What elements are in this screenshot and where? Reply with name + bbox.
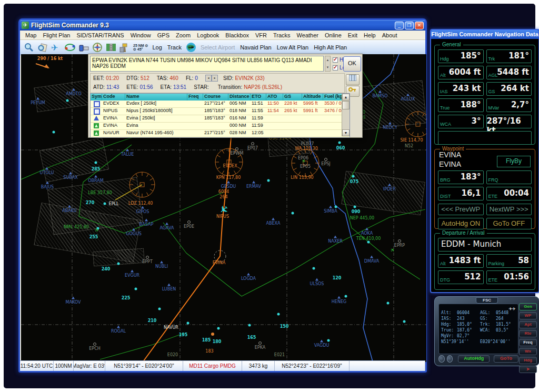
table-row[interactable]: NAVURNavur (N744 195-460)217°/215°028 NM… (91, 130, 350, 137)
menu-item-zoom[interactable]: Zoom (173, 32, 194, 38)
fsc-wx-button[interactable]: Wx (519, 348, 537, 355)
fsc-rte-button[interactable]: Rte (519, 330, 537, 337)
column-header[interactable]: Course (203, 94, 228, 100)
menu-item-gps[interactable]: GPS (154, 32, 173, 38)
vor-tick (298, 151, 301, 154)
vor-tick (222, 150, 224, 153)
column-header[interactable]: Freq (187, 94, 203, 100)
minimize-button[interactable]: _ (395, 22, 404, 29)
waypoint-dot (95, 162, 97, 164)
flyby-button[interactable]: FlyBy (497, 156, 531, 167)
low-checkbox[interactable] (333, 65, 338, 71)
menu-item-blackbox[interactable]: Blackbox (222, 32, 252, 38)
fsc-autohdg-button[interactable]: AutoHdg (458, 355, 490, 363)
nextwp-button[interactable]: NextWP >>> (486, 204, 532, 215)
prevwp-button[interactable]: <<< PrevWP (438, 204, 484, 215)
column-header[interactable]: Name (125, 94, 187, 100)
table-view-button[interactable] (346, 74, 360, 85)
svg-text:✈: ✈ (51, 43, 58, 52)
menu-item-exit[interactable]: Exit (345, 32, 361, 38)
menu-item-weather[interactable]: Weather (294, 32, 322, 38)
menu-item-flight-plan[interactable]: Flight Plan (39, 32, 73, 38)
high-checkbox[interactable] (333, 57, 338, 63)
menu-item-map[interactable]: Map (22, 32, 39, 38)
tower-icon[interactable] (118, 42, 131, 53)
compass-icon[interactable] (91, 42, 104, 53)
ok-button[interactable]: OK (343, 56, 361, 72)
navaid-plan-button[interactable]: Navaid Plan (240, 44, 271, 51)
fsc-screen-text: 02,7° (457, 334, 480, 339)
waypoint-triangle-icon (36, 97, 39, 100)
maximize-button[interactable]: ❐ (405, 22, 414, 29)
spinner-right-icon[interactable]: ▸ (212, 75, 218, 82)
column-header[interactable]: ETO (251, 94, 266, 100)
table-cell: Evina (125, 123, 187, 129)
plan-search-icon[interactable] (36, 42, 49, 53)
menu-item-logbook[interactable]: Logbook (194, 32, 222, 38)
table-cell: 11:50 (266, 100, 283, 107)
table-row[interactable]: EVDEXEvdex [ 250kt]217°/214°005 NM11:511… (91, 100, 350, 108)
menu-item-help[interactable]: Help (361, 32, 379, 38)
vor-tick (423, 113, 425, 116)
autohdg-on-button[interactable]: AutoHdg ON (438, 218, 484, 229)
table-scrollbar[interactable]: ▲ ▼ (342, 94, 350, 136)
column-header[interactable]: Code (102, 94, 125, 100)
fsc-apt-button[interactable]: Apt (519, 321, 537, 328)
map-label-270: 270 (86, 200, 95, 205)
column-header[interactable]: Altitude (302, 94, 323, 100)
app-icon: ✈ (22, 22, 29, 29)
track-button[interactable]: Track (167, 44, 182, 51)
zoom-range-indicator[interactable]: 25 NM ⊙ ⊙ 45° (133, 44, 148, 51)
nav-panel-title[interactable]: FlightSim Commander Navigation Data (431, 30, 538, 39)
fsc-screen-text: 06004 (457, 310, 480, 316)
menu-item-online[interactable]: Online (322, 32, 345, 38)
scroll-up-icon[interactable]: ▲ (342, 94, 350, 100)
low-alt-plan-button[interactable]: Low Alt Plan (277, 44, 309, 51)
fsc-gen-button[interactable]: Gen (519, 303, 537, 310)
menu-item-window[interactable]: Window (127, 32, 154, 38)
waypoint-dot (354, 206, 356, 208)
table-row[interactable]: EVINAEvina [ 250kt]185°/183°016 NM11:59 (91, 115, 350, 123)
table-cell: 217°/214° (203, 100, 228, 107)
waypoint-triangle-icon (370, 256, 373, 258)
main-titlebar[interactable]: ✈ FlightSim Commander 9.3 _ ❐ ✕ (20, 20, 425, 31)
route-scroll[interactable]: ▲▼ (325, 56, 331, 72)
menu-item-tracks[interactable]: Tracks (270, 32, 294, 38)
menu-item-about[interactable]: About (379, 32, 401, 38)
table-row[interactable]: EVINAEvina000 NM11:59 (91, 123, 350, 130)
column-header[interactable]: GS (283, 94, 302, 100)
close-button[interactable]: ✕ (415, 22, 424, 29)
menu-item-sid-star-trans[interactable]: SID/STAR/TRANS (73, 32, 127, 38)
column-header[interactable]: Distance (228, 94, 251, 100)
route-loop-icon[interactable] (64, 42, 76, 53)
fuel-icon[interactable] (77, 42, 90, 53)
fsc-hdg-button[interactable]: Hdg (519, 357, 537, 364)
map-search-icon[interactable] (23, 42, 35, 53)
globe-icon[interactable] (185, 42, 197, 53)
fsc-goto-button[interactable]: GoTo (494, 355, 518, 363)
dep-arr-group: Departure / Arrival EDDM - Munich Alt148… (434, 233, 535, 290)
route-input[interactable]: EPWA EVIN2K EVINA N744 TUSIN UM984 MIKOV… (90, 56, 324, 72)
scroll-thumb[interactable] (342, 101, 350, 109)
column-header[interactable]: Sym (91, 94, 102, 100)
fsc-knob-right[interactable] (447, 355, 453, 363)
vor-tick (412, 113, 414, 116)
table-cell: 12:05 (251, 130, 266, 137)
fsc-wp-button[interactable]: WP (519, 312, 537, 319)
column-header[interactable]: ATO (266, 94, 283, 100)
runway-icon[interactable] (105, 42, 117, 53)
waypoint-triangle-icon (247, 273, 250, 276)
fsc-knob-left[interactable] (438, 355, 445, 363)
log-button[interactable]: Log (152, 44, 162, 51)
aircraft-icon[interactable]: ✈ (50, 42, 63, 53)
goto-off-button[interactable]: GoTo OFF (486, 218, 532, 229)
scroll-down-icon[interactable]: ▼ (342, 129, 350, 136)
spinner-left-icon[interactable]: ◂ (205, 75, 212, 82)
high-alt-plan-button[interactable]: High Alt Plan (314, 44, 347, 51)
fl-spinner[interactable]: ◂▸ (205, 75, 218, 82)
field-label: Parking (488, 261, 505, 266)
fsc-arrow-button[interactable]: ➤ (519, 366, 537, 373)
menu-item-vfr[interactable]: VFR (252, 32, 270, 38)
fsc-freq-button[interactable]: Freq (519, 339, 537, 346)
table-row[interactable]: NIPUSNipus [ 250kt/18000ft]185°/183°018 … (91, 108, 350, 115)
